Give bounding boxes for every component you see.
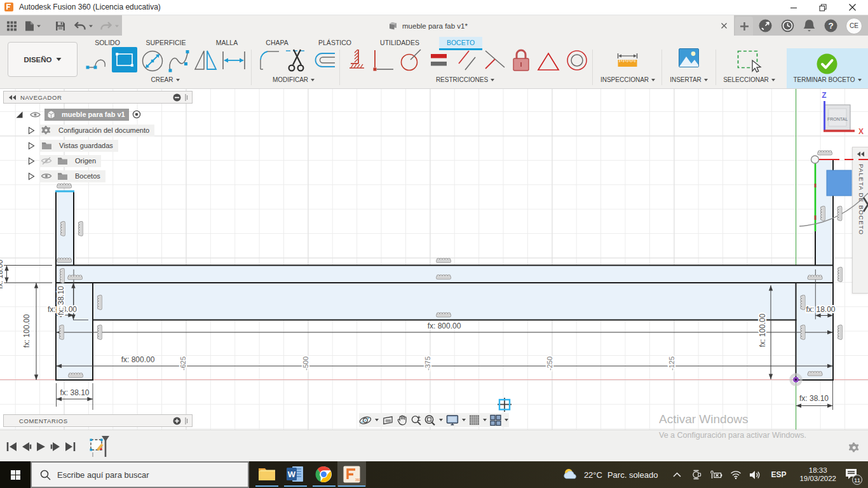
play-icon[interactable] <box>36 442 46 452</box>
tool-dimension-icon[interactable] <box>221 48 247 72</box>
extensions-icon[interactable] <box>758 18 773 33</box>
timeline-sketch-feature[interactable] <box>88 435 114 461</box>
viewcube[interactable]: FRONTAL Z X <box>822 91 864 136</box>
redo-caret-icon[interactable] <box>114 24 119 29</box>
step-forward-icon[interactable] <box>50 442 61 452</box>
comentarios-header[interactable]: COMENTARIOS <box>3 414 193 427</box>
constraint-concentric-icon[interactable] <box>565 48 589 72</box>
avatar[interactable]: CE <box>846 18 862 34</box>
tree-item-origen[interactable]: Origen <box>3 154 101 167</box>
visibility-eye-icon[interactable] <box>30 111 41 118</box>
expand-triangle-icon[interactable] <box>15 111 24 119</box>
collapse-panel-icon[interactable] <box>8 95 17 100</box>
redo-icon[interactable] <box>100 21 112 31</box>
job-status-clock-icon[interactable] <box>780 18 795 33</box>
fit-view-icon[interactable] <box>424 414 436 426</box>
save-icon[interactable] <box>55 21 65 31</box>
document-tab-close-icon[interactable] <box>719 21 729 30</box>
document-tab[interactable]: mueble para fab v1* <box>122 15 734 36</box>
tab-malla[interactable]: MALLA <box>211 37 243 48</box>
tree-item-vistas[interactable]: Vistas guardadas <box>3 139 118 152</box>
new-tab-button[interactable] <box>735 17 753 36</box>
app-grid-icon[interactable] <box>6 20 17 31</box>
panel-drag-handle[interactable] <box>185 417 188 425</box>
step-back-icon[interactable] <box>21 442 32 452</box>
collapsed-triangle-icon[interactable] <box>28 172 35 180</box>
group-label-insertar[interactable]: INSERTAR <box>657 76 721 83</box>
activate-radio-icon[interactable] <box>132 110 141 119</box>
fit-caret[interactable] <box>439 419 443 421</box>
taskbar-clock[interactable]: 18:33 19/03/2022 <box>799 466 836 483</box>
orbit-caret[interactable] <box>375 419 379 421</box>
collapsed-triangle-icon[interactable] <box>28 142 35 150</box>
group-label-crear[interactable]: CREAR <box>133 76 197 83</box>
panel-drag-handle[interactable] <box>185 93 188 102</box>
tool-spline-icon[interactable] <box>166 48 192 74</box>
weather-desc[interactable]: Parc. soleado <box>607 470 658 480</box>
taskbar-word[interactable]: W <box>281 461 309 487</box>
undo-icon[interactable] <box>74 21 86 31</box>
tray-volume-icon[interactable] <box>749 470 761 480</box>
constraint-tangent-icon[interactable] <box>399 48 423 72</box>
group-label-inspeccionar[interactable]: INSPECCIONAR <box>596 76 660 83</box>
look-at-icon[interactable] <box>382 415 394 426</box>
display-caret[interactable] <box>462 419 466 421</box>
sketch-profiles[interactable] <box>56 159 833 380</box>
navegador-header[interactable]: NAVEGADOR <box>3 91 193 104</box>
tool-measure-icon[interactable] <box>617 53 638 68</box>
taskbar-file-explorer[interactable] <box>252 461 281 487</box>
help-icon[interactable]: ? <box>824 18 838 33</box>
tool-fillet-icon[interactable] <box>258 48 283 71</box>
constraint-symmetry-icon[interactable] <box>537 52 560 71</box>
close-button[interactable] <box>838 0 867 15</box>
constraint-perpendicular-icon[interactable] <box>483 48 507 72</box>
constraint-parallel-icon[interactable] <box>456 48 479 72</box>
tab-plastico[interactable]: PLÁSTICO <box>316 37 354 48</box>
tab-chapa[interactable]: CHAPA <box>262 37 292 48</box>
tray-wifi-icon[interactable] <box>730 470 742 479</box>
tool-offset-icon[interactable] <box>311 48 336 71</box>
viewports-caret[interactable] <box>505 419 508 421</box>
panel-plus-icon[interactable] <box>173 417 181 425</box>
group-label-modificar[interactable]: MODIFICAR <box>262 76 325 83</box>
tool-line-icon[interactable] <box>85 48 108 74</box>
3d-canvas[interactable]: fx: 18.00 fx: 18.00 fx: 38.10 fx: 100.00… <box>0 89 868 430</box>
constraint-horizontal-vertical-icon[interactable] <box>372 48 396 74</box>
grid-caret[interactable] <box>483 419 487 421</box>
restore-button[interactable] <box>808 0 837 15</box>
timeline-settings-gear-icon[interactable] <box>849 442 860 453</box>
tray-chevron-up-icon[interactable] <box>673 472 681 477</box>
undo-caret-icon[interactable] <box>88 24 93 29</box>
viewports-icon[interactable] <box>490 414 501 426</box>
weather-temp[interactable]: 22°C <box>584 470 602 480</box>
group-label-seleccionar[interactable]: SELECCIONAR <box>717 76 781 83</box>
tool-insert-image-icon[interactable] <box>679 48 699 67</box>
tool-select-icon[interactable] <box>737 50 763 76</box>
tab-boceto[interactable]: BOCETO <box>439 37 482 48</box>
collapsed-triangle-icon[interactable] <box>28 157 35 165</box>
zoom-icon[interactable] <box>410 414 422 426</box>
start-button[interactable] <box>0 461 31 488</box>
notification-center[interactable]: 11 <box>843 461 868 488</box>
tab-utilidades[interactable]: UTILIDADES <box>378 37 421 48</box>
tree-item-configuracion[interactable]: Configuración del documento <box>3 124 154 137</box>
constraint-glyphs[interactable] <box>57 151 842 377</box>
language-indicator[interactable]: ESP <box>771 470 786 479</box>
taskbar-fusion-360-active[interactable]: 360 <box>337 461 366 487</box>
tree-item-bocetos[interactable]: Bocetos <box>3 170 105 182</box>
constraint-equal-icon[interactable] <box>430 52 447 69</box>
constraint-fixed-icon[interactable] <box>348 48 367 75</box>
taskbar-chrome[interactable] <box>309 461 338 487</box>
design-workspace-dropdown[interactable]: DISEÑO <box>8 42 78 77</box>
orbit-icon[interactable] <box>359 415 372 426</box>
tree-item-root[interactable]: mueble para fab v1 <box>3 108 141 121</box>
go-to-start-icon[interactable] <box>6 442 17 452</box>
collapsed-triangle-icon[interactable] <box>28 126 35 135</box>
visibility-eye-icon[interactable] <box>41 172 52 180</box>
tool-trim-icon[interactable] <box>285 48 308 74</box>
constraint-lock-icon[interactable] <box>512 48 531 74</box>
group-label-restricciones[interactable]: RESTRICCIONES <box>424 76 506 83</box>
notifications-bell-icon[interactable] <box>803 18 816 33</box>
display-settings-icon[interactable] <box>446 414 459 426</box>
panel-minus-icon[interactable] <box>173 93 181 102</box>
